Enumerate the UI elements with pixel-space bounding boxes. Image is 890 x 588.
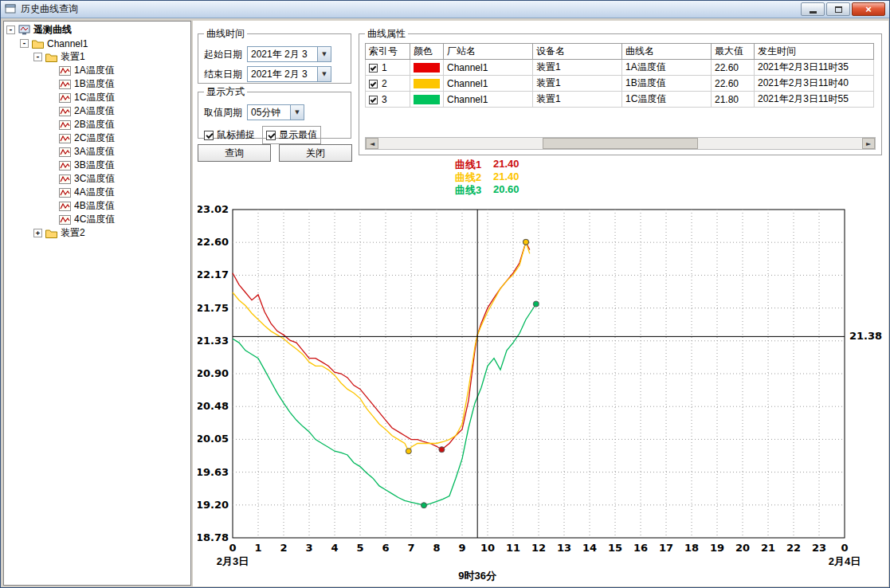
tree-item[interactable]: 1A温度值 [4, 64, 190, 77]
svg-text:17: 17 [659, 542, 673, 554]
svg-text:8: 8 [433, 542, 440, 554]
device-name: 装置1 [533, 92, 622, 108]
window-title: 历史曲线查询 [21, 2, 78, 16]
history-chart[interactable]: 18.7819.2019.6320.0520.4820.9021.3321.75… [198, 202, 884, 586]
curve-icon [59, 107, 71, 116]
occur-time: 2021年2月3日11时40 [755, 76, 874, 92]
show-extremes-checkbox[interactable]: 显示最值 [262, 126, 321, 144]
titlebar[interactable]: 历史曲线查询 × [1, 1, 889, 18]
checkbox-icon [266, 131, 276, 140]
mouse-capture-label: 鼠标捕捉 [217, 128, 255, 142]
svg-text:11: 11 [506, 542, 520, 554]
occur-time: 2021年2月3日11时35 [755, 60, 874, 76]
collapse-icon[interactable]: - [33, 53, 42, 61]
svg-text:14: 14 [582, 542, 597, 554]
curve-tree: -遥测曲线-Channel1-装置11A温度值1B温度值1C温度值2A温度值2B… [3, 21, 191, 586]
table-row[interactable]: 3Channel1装置11C温度值21.802021年2月3日11时55 [366, 92, 874, 108]
tree-indent [47, 174, 56, 183]
table-column-header[interactable]: 设备名 [533, 44, 622, 60]
tree-item[interactable]: +装置2 [4, 226, 190, 240]
tree-indent [47, 120, 56, 129]
curve-properties-group: 曲线属性 索引号颜色厂站名设备名曲线名最大值发生时间 1Channel1装置11… [359, 27, 882, 155]
device-name: 装置1 [533, 60, 622, 76]
close-button[interactable]: × [852, 2, 885, 16]
curve-name: 1C温度值 [622, 92, 712, 108]
query-button[interactable]: 查询 [198, 144, 271, 162]
legend-value: 20.60 [493, 183, 519, 196]
svg-text:3: 3 [305, 542, 312, 554]
table-column-header[interactable]: 厂站名 [444, 44, 533, 60]
tree-item[interactable]: 2C温度值 [4, 131, 190, 145]
curve-time-title: 曲线时间 [204, 27, 247, 41]
table-row[interactable]: 1Channel1装置11A温度值22.602021年2月3日11时35 [366, 60, 874, 76]
chevron-down-icon[interactable]: ▼ [317, 47, 331, 61]
table-column-header[interactable]: 发生时间 [755, 44, 874, 60]
collapse-icon[interactable]: - [6, 25, 15, 34]
mouse-capture-checkbox[interactable]: 鼠标捕捉 [204, 128, 255, 142]
svg-text:18.78: 18.78 [198, 531, 229, 543]
tree-indent [47, 188, 56, 197]
display-mode-title: 显示方式 [204, 85, 247, 99]
scrollbar-track[interactable] [378, 138, 862, 149]
app-icon [5, 3, 17, 15]
curve-icon [59, 80, 71, 89]
expand-icon[interactable]: + [33, 229, 42, 237]
tree-item[interactable]: 2B温度值 [4, 118, 190, 131]
tree-indent [47, 93, 56, 102]
tree-item[interactable]: -Channel1 [4, 37, 190, 50]
row-checkbox[interactable] [369, 80, 378, 88]
tree-item[interactable]: 4B温度值 [4, 199, 190, 213]
scrollbar-thumb[interactable] [543, 138, 697, 149]
horizontal-scrollbar[interactable]: ◄ ► [365, 137, 876, 150]
station-name: Channel1 [444, 76, 533, 92]
chevron-down-icon[interactable]: ▼ [317, 67, 331, 81]
chart-canvas[interactable]: 18.7819.2019.6320.0520.4820.9021.3321.75… [198, 202, 884, 586]
tree-item[interactable]: 4C温度值 [4, 213, 190, 226]
scroll-right-icon[interactable]: ► [862, 138, 875, 149]
row-index: 2 [382, 78, 387, 89]
chevron-down-icon[interactable]: ▼ [290, 105, 304, 120]
curve-icon [59, 66, 71, 76]
tree-item[interactable]: 1B温度值 [4, 77, 190, 91]
legend-item: 曲线121.40 [455, 158, 519, 171]
chart-legend: 曲线121.40曲线221.40曲线320.60 [455, 158, 519, 196]
tree-item[interactable]: -遥测曲线 [4, 23, 190, 37]
device-name: 装置1 [533, 76, 622, 92]
tree-item-label: 2B温度值 [74, 118, 115, 131]
row-checkbox[interactable] [369, 96, 378, 104]
table-column-header[interactable]: 最大值 [712, 44, 755, 60]
tree-item[interactable]: 3C温度值 [4, 172, 190, 186]
table-row[interactable]: 2Channel1装置11B温度值22.602021年2月3日11时40 [366, 76, 874, 92]
table-column-header[interactable]: 曲线名 [622, 44, 712, 60]
table-column-header[interactable]: 索引号 [366, 44, 410, 60]
start-date-select[interactable]: 2021年 2月 3 ▼ [247, 46, 331, 62]
tree-indent [47, 161, 56, 170]
tree-item[interactable]: 2A温度值 [4, 104, 190, 118]
row-checkbox[interactable] [369, 64, 378, 73]
tree-item-label: 4A温度值 [74, 186, 115, 199]
svg-text:9时36分: 9时36分 [458, 570, 497, 582]
tree-item[interactable]: 3B温度值 [4, 159, 190, 172]
period-select[interactable]: 05分钟 ▼ [247, 104, 304, 120]
end-date-select[interactable]: 2021年 2月 3 ▼ [247, 66, 331, 82]
tree-item[interactable]: 3A温度值 [4, 145, 190, 159]
tree-item-label: 3B温度值 [74, 159, 115, 172]
collapse-icon[interactable]: - [20, 39, 29, 48]
curve-properties-table: 索引号颜色厂站名设备名曲线名最大值发生时间 1Channel1装置11A温度值2… [365, 43, 874, 108]
tree-item[interactable]: 4A温度值 [4, 186, 190, 199]
svg-text:18: 18 [684, 542, 699, 554]
table-column-header[interactable]: 颜色 [410, 44, 444, 60]
tree-item[interactable]: 1C温度值 [4, 91, 190, 104]
svg-text:20.90: 20.90 [198, 367, 229, 379]
curve-icon [59, 188, 71, 198]
telemetry-root-icon [18, 25, 30, 35]
minimize-button[interactable] [801, 2, 825, 16]
svg-text:0: 0 [841, 542, 848, 554]
tree-item[interactable]: -装置1 [4, 50, 190, 64]
close-dialog-button[interactable]: 关闭 [279, 144, 352, 162]
svg-text:22: 22 [786, 542, 801, 554]
svg-text:0: 0 [229, 542, 236, 554]
scroll-left-icon[interactable]: ◄ [366, 138, 378, 149]
legend-item: 曲线221.40 [455, 171, 519, 183]
maximize-button[interactable] [826, 2, 850, 16]
